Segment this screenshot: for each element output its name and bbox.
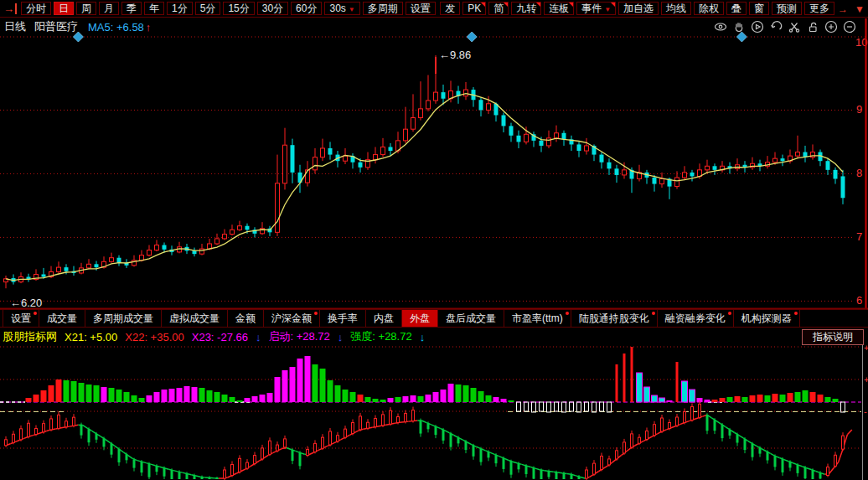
chart-canvas[interactable]: 109876←9.86←6.20++- [0, 0, 868, 480]
notification-dot-icon [652, 312, 655, 315]
down-arrow-icon: ↓ [256, 331, 261, 343]
tab-盘后成交量[interactable]: 盘后成交量 [438, 310, 504, 327]
period-button-周[interactable]: 周 [76, 2, 96, 15]
notification-dot-icon [566, 312, 569, 315]
dropdown-caret-icon[interactable]: ▼ [349, 6, 355, 13]
tab-内盘[interactable]: 内盘 [366, 310, 402, 327]
tab-融资融券变化[interactable]: 融资融券变化 [658, 310, 734, 327]
zoom-out-icon[interactable] [843, 20, 856, 37]
tab-沪深金额[interactable]: 沪深金额 [264, 310, 320, 327]
toolbar-right-buttons: 发PK简九转连板事件▼加自选均线除权叠窗预测更多 [437, 0, 834, 17]
eye-icon[interactable] [714, 20, 727, 37]
tab-外盘[interactable]: 外盘 [402, 310, 438, 327]
indicator-value-1: X21: +5.00 [65, 331, 117, 343]
svg-text:+: + [864, 343, 868, 353]
import-arrow-icon[interactable]: → [3, 3, 17, 14]
trading-app-window: → 分时日周月季年1分5分15分30分60分30s▼多周期设置 发PK简九转连板… [0, 0, 868, 480]
indicator-value-5: 启动: +28.72 [268, 329, 329, 344]
period-label: 日线 [4, 19, 26, 34]
svg-text:8: 8 [856, 167, 862, 179]
notification-dot-icon [34, 312, 37, 315]
notification-dot-icon [794, 312, 798, 315]
notification-dot-icon [728, 312, 731, 315]
svg-text:←6.20: ←6.20 [10, 297, 42, 309]
period-button-60分[interactable]: 60分 [291, 2, 322, 15]
period-button-1分[interactable]: 1分 [167, 2, 193, 15]
more-caret-icon[interactable]: ▼ [855, 3, 865, 15]
tab-机构探测器[interactable]: 机构探测器 [734, 310, 800, 327]
tab-设置[interactable]: 设置 [3, 310, 39, 327]
period-buttons: 分时日周月季年1分5分15分30分60分30s▼多周期设置 [18, 0, 436, 17]
indicator-value-3: X23: -27.66 [192, 331, 248, 343]
indicator-value-0: 股朋指标网 [3, 329, 57, 344]
dropdown-caret-icon[interactable]: ▼ [604, 6, 611, 13]
period-button-年[interactable]: 年 [144, 2, 164, 15]
period-button-分时[interactable]: 分时 [21, 2, 51, 15]
toolbar-button-除权[interactable]: 除权 [694, 2, 724, 15]
tab-虚拟成交量[interactable]: 虚拟成交量 [162, 310, 228, 327]
period-button-季[interactable]: 季 [121, 2, 142, 15]
toolbar-button-加自选[interactable]: 加自选 [618, 2, 659, 15]
tab-金额[interactable]: 金额 [228, 310, 264, 327]
svg-text:7: 7 [856, 230, 862, 243]
badge-corner-icon [611, 3, 615, 7]
toolbar-button-均线[interactable]: 均线 [661, 2, 691, 15]
toolbar-button-事件[interactable]: 事件▼ [576, 2, 616, 15]
chart-header: 日线 阳普医疗 MA5: +6.58 ↑ [0, 18, 868, 36]
stock-name: 阳普医疗 [34, 19, 78, 34]
toolbar-button-窗[interactable]: 窗 [749, 2, 769, 15]
period-button-设置[interactable]: 设置 [406, 2, 436, 15]
indicator-value-7: 强度: +28.72 [350, 329, 411, 344]
period-toolbar: → 分时日周月季年1分5分15分30分60分30s▼多周期设置 发PK简九转连板… [0, 0, 868, 18]
down-arrow-icon: ↓ [420, 331, 426, 343]
chart-tool-icons [714, 20, 856, 37]
notification-dot-icon [314, 312, 318, 315]
down-arrow-icon: ↓ [338, 331, 344, 343]
play-icon[interactable] [751, 20, 764, 37]
tab-市盈率(ttm)[interactable]: 市盈率(ttm) [504, 310, 571, 327]
svg-text:←9.86: ←9.86 [439, 49, 471, 61]
svg-text:6: 6 [856, 294, 862, 307]
hand-icon[interactable] [732, 20, 746, 37]
toolbar-button-九转[interactable]: 九转 [511, 2, 541, 15]
toolbar-button-PK[interactable]: PK [462, 2, 486, 15]
tab-成交量[interactable]: 成交量 [39, 310, 85, 327]
scissors-icon[interactable] [788, 20, 801, 37]
svg-text:-: - [864, 406, 867, 416]
indicator-header: 股朋指标网X21: +5.00X22: +35.00X23: -27.66↓启动… [0, 328, 425, 345]
toolbar-button-更多[interactable]: 更多 [804, 2, 834, 15]
svg-text:+: + [864, 374, 868, 385]
badge-corner-icon [481, 3, 485, 7]
badge-corner-icon [536, 3, 540, 7]
indicator-help-button[interactable]: 指标说明 [802, 329, 864, 345]
toolbar-button-叠[interactable]: 叠 [726, 2, 747, 15]
ma-value-label: MA5: +6.58 [88, 21, 144, 34]
period-button-月[interactable]: 月 [99, 2, 119, 15]
period-button-5分[interactable]: 5分 [195, 2, 221, 15]
toolbar-button-发[interactable]: 发 [440, 2, 460, 15]
badge-corner-icon [569, 3, 573, 7]
expand-arrow-icon[interactable]: → [838, 3, 848, 15]
badge-corner-icon [504, 3, 508, 7]
toolbar-right-icons: →▼ [834, 1, 868, 16]
toolbar-button-简[interactable]: 简 [488, 2, 509, 15]
ma-up-arrow-icon: ↑ [146, 21, 152, 34]
lock-icon[interactable] [806, 20, 819, 37]
period-button-30s[interactable]: 30s▼ [324, 2, 359, 15]
zoom-in-icon[interactable] [824, 20, 838, 37]
tab-换手率[interactable]: 换手率 [320, 310, 366, 327]
toolbar-button-连板[interactable]: 连板 [544, 2, 574, 15]
indicator-value-2: X22: +35.00 [125, 331, 183, 343]
tab-陆股通持股变化[interactable]: 陆股通持股变化 [571, 310, 658, 327]
period-button-15分[interactable]: 15分 [223, 2, 254, 15]
tab-多周期成交量[interactable]: 多周期成交量 [85, 310, 162, 327]
svg-text:9: 9 [856, 103, 862, 116]
period-button-日[interactable]: 日 [54, 2, 74, 15]
undo-icon[interactable] [769, 20, 783, 37]
period-button-30分[interactable]: 30分 [257, 2, 288, 15]
indicator-tabbar: 设置成交量多周期成交量虚拟成交量金额沪深金额换手率内盘外盘盘后成交量市盈率(tt… [0, 309, 868, 328]
period-button-多周期[interactable]: 多周期 [363, 2, 403, 15]
svg-text:10: 10 [855, 36, 867, 49]
toolbar-button-预测[interactable]: 预测 [772, 2, 802, 15]
